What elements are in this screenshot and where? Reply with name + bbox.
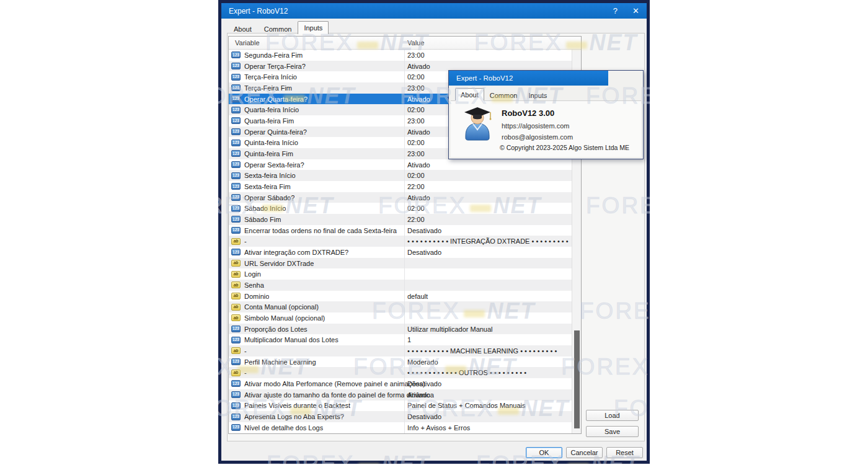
product-name: RoboV12 3.00 bbox=[502, 108, 554, 118]
number-type-icon: 123 bbox=[231, 227, 241, 234]
variable-value[interactable]: Ativado bbox=[407, 391, 430, 399]
table-row[interactable]: 123Perfil Machine LearningModerado bbox=[229, 356, 572, 368]
variable-value[interactable]: 23:00 bbox=[407, 51, 425, 59]
string-type-icon: ab bbox=[231, 304, 241, 311]
variable-name: Sexta-feira Fim bbox=[244, 183, 291, 190]
variable-value[interactable]: Ativado bbox=[407, 161, 430, 169]
variable-value[interactable]: 02:00 bbox=[407, 106, 425, 113]
table-row[interactable]: ab-• • • • • • • • • • MACHINE LEARNING … bbox=[229, 345, 572, 356]
table-row[interactable]: 123Segunda-Feira Fim23:00 bbox=[229, 50, 572, 61]
number-type-icon: 123 bbox=[231, 74, 241, 81]
table-row[interactable]: 123Encerrar todas ordens no final de cad… bbox=[229, 225, 572, 236]
table-row[interactable]: 123Sexta-feira Início02:00 bbox=[229, 170, 572, 181]
table-row[interactable]: 123Operar Sexta-feira?Ativado bbox=[229, 159, 572, 170]
variable-value[interactable]: 23:00 bbox=[407, 150, 425, 157]
variable-value[interactable]: 1 bbox=[407, 336, 411, 343]
variable-value[interactable]: Ativado bbox=[407, 128, 430, 136]
table-row[interactable]: abLogin bbox=[229, 268, 572, 280]
variable-value[interactable]: • • • • • • • • • • MACHINE LEARNING • •… bbox=[407, 347, 557, 355]
column-header-variable[interactable]: Variable bbox=[235, 39, 260, 46]
variable-value[interactable]: Moderado bbox=[407, 358, 438, 366]
email-link[interactable]: robos@algosistem.com bbox=[502, 133, 573, 141]
variable-value[interactable]: Utilizar multiplicador Manual bbox=[407, 326, 493, 333]
load-button[interactable]: Load bbox=[586, 410, 639, 421]
window-titlebar[interactable]: Expert - RoboV12 ? ✕ bbox=[221, 3, 647, 19]
variable-name: Terça-Feira Início bbox=[244, 73, 297, 81]
about-tab-common[interactable]: Common bbox=[484, 90, 523, 100]
scrollbar-thumb[interactable] bbox=[574, 330, 580, 428]
variable-value[interactable]: 22:00 bbox=[407, 216, 425, 223]
table-row[interactable]: 123Operar Sábado?Ativado bbox=[229, 192, 572, 203]
table-row[interactable]: ab-• • • • • • • • • • INTEGRAÇÃO DXTRAD… bbox=[229, 236, 572, 247]
variable-value[interactable]: Ativado bbox=[407, 194, 430, 202]
number-type-icon: 123 bbox=[231, 150, 241, 157]
variable-value[interactable]: 02:00 bbox=[407, 172, 425, 179]
variable-name: Paineis Visiveis durante o Backtest bbox=[244, 402, 350, 409]
save-button[interactable]: Save bbox=[586, 426, 639, 437]
table-row[interactable]: 123Sábado Início02:00 bbox=[229, 203, 572, 214]
variable-value[interactable]: • • • • • • • • • • INTEGRAÇÃO DXTRADE •… bbox=[407, 237, 569, 245]
variable-value[interactable]: 22:00 bbox=[407, 183, 425, 190]
help-icon[interactable]: ? bbox=[613, 7, 618, 15]
variable-name: Ativar modo Alta Perfomance (Remove pain… bbox=[244, 380, 425, 388]
about-dialog-titlebar[interactable]: Expert - RoboV12 bbox=[449, 71, 608, 86]
variable-name: Perfil Machine Learning bbox=[244, 358, 316, 366]
variable-name: Segunda-Feira Fim bbox=[244, 51, 303, 59]
variable-value[interactable]: Desativado bbox=[407, 380, 441, 388]
variable-value[interactable]: 02:00 bbox=[407, 73, 425, 81]
string-type-icon: ab bbox=[231, 370, 241, 376]
column-header-value[interactable]: Value bbox=[407, 39, 424, 46]
about-tab-about[interactable]: About bbox=[455, 88, 484, 100]
about-tab-inputs[interactable]: Inputs bbox=[523, 90, 552, 100]
close-icon[interactable]: ✕ bbox=[632, 7, 639, 15]
about-dialog: Expert - RoboV12 AboutCommonInputs RoboV… bbox=[448, 70, 644, 159]
variable-value[interactable]: • • • • • • • • • • • • OUTROS • • • • •… bbox=[407, 369, 526, 376]
variable-value[interactable]: 02:00 bbox=[407, 139, 425, 146]
table-row[interactable]: abSimbolo Manual (opcional) bbox=[229, 312, 572, 324]
table-row[interactable]: 123Paineis Visiveis durante o BacktestPa… bbox=[229, 401, 572, 412]
number-type-icon: 123 bbox=[231, 63, 241, 69]
table-row[interactable]: ab-• • • • • • • • • • • • OUTROS • • • … bbox=[229, 367, 572, 378]
table-row[interactable]: 123Nível de detalhe dos LogsInfo + Aviso… bbox=[229, 422, 572, 433]
table-row[interactable]: 123Proporção dos LotesUtilizar multiplic… bbox=[229, 324, 572, 335]
variable-value[interactable]: Desativado bbox=[407, 413, 441, 420]
table-row[interactable]: 123Apresenta Logs no Aba Experts?Desativ… bbox=[229, 411, 572, 422]
table-row[interactable]: 123Sexta-feira Fim22:00 bbox=[229, 181, 572, 192]
table-row[interactable]: abSenha bbox=[229, 280, 572, 291]
reset-button[interactable]: Reset bbox=[606, 447, 643, 458]
variable-name: Encerrar todas ordens no final de cada S… bbox=[244, 227, 397, 234]
variable-value[interactable]: Desativado bbox=[407, 249, 441, 256]
number-type-icon: 123 bbox=[231, 107, 241, 113]
number-type-icon: 123 bbox=[231, 172, 241, 179]
variable-value[interactable]: default bbox=[407, 293, 428, 300]
variable-value[interactable]: Ativado bbox=[407, 95, 430, 103]
variable-name: Dominio bbox=[244, 293, 269, 300]
variable-value[interactable]: Ativado bbox=[407, 63, 430, 70]
tab-inputs[interactable]: Inputs bbox=[298, 21, 329, 34]
variable-value[interactable]: 23:00 bbox=[407, 84, 425, 92]
website-link[interactable]: https://algosistem.com bbox=[502, 122, 569, 130]
table-row[interactable]: abConta Manual (opcional) bbox=[229, 301, 572, 312]
table-row[interactable]: 123Ativar integração com DXTRADE?Desativ… bbox=[229, 247, 572, 258]
cancel-button[interactable]: Cancelar bbox=[566, 447, 603, 458]
variable-value[interactable]: Painel de Status + Comandos Manuais bbox=[407, 402, 525, 409]
ok-button[interactable]: OK bbox=[526, 447, 562, 458]
table-row[interactable]: 123Ativar modo Alta Perfomance (Remove p… bbox=[229, 378, 572, 389]
variable-value[interactable]: Desativado bbox=[407, 227, 441, 234]
table-row[interactable]: abURL Servidor DXTrade bbox=[229, 258, 572, 269]
variable-name: Quarta-feira Fim bbox=[244, 117, 294, 125]
number-type-icon: 123 bbox=[231, 391, 241, 398]
number-type-icon: 123 bbox=[231, 358, 241, 365]
column-divider bbox=[404, 50, 405, 433]
variable-value[interactable]: 02:00 bbox=[407, 205, 425, 212]
variable-name: URL Servidor DXTrade bbox=[244, 260, 314, 267]
table-row[interactable]: 123Ativar ajuste do tamanho da fonte do … bbox=[229, 389, 572, 401]
table-row[interactable]: 123Multiplicador Manual dos Lotes1 bbox=[229, 334, 572, 345]
table-row[interactable]: abDominiodefault bbox=[229, 291, 572, 302]
string-type-icon: ab bbox=[231, 314, 241, 321]
table-row[interactable]: 123Sábado Fim22:00 bbox=[229, 214, 572, 225]
variable-value[interactable]: 23:00 bbox=[407, 117, 425, 125]
variable-name: Ativar integração com DXTRADE? bbox=[244, 249, 348, 256]
variable-value[interactable]: Info + Avisos + Erros bbox=[407, 424, 470, 432]
variable-name: Quinta-feira Fim bbox=[244, 150, 293, 157]
